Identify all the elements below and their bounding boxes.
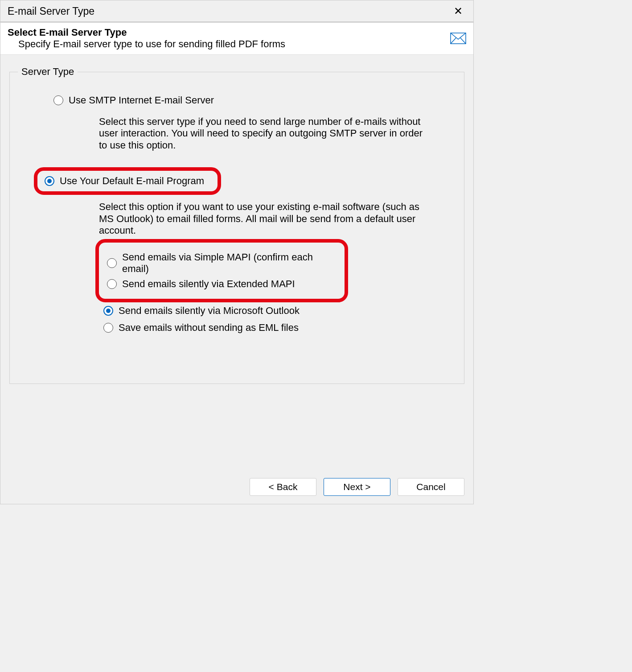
highlight-default-program: Use Your Default E-mail Program — [34, 167, 221, 195]
window-title: E-mail Server Type — [8, 5, 94, 17]
page-header: Select E-mail Server Type Specify E-mail… — [0, 22, 473, 55]
next-button[interactable]: Next > — [324, 478, 390, 496]
option-outlook[interactable]: Send emails silently via Microsoft Outlo… — [103, 305, 446, 317]
simple-mapi-label: Send emails via Simple MAPI (confirm eac… — [122, 251, 337, 275]
smtp-label: Use SMTP Internet E-mail Server — [69, 95, 214, 106]
extended-mapi-label: Send emails silently via Extended MAPI — [122, 278, 295, 290]
default-label: Use Your Default E-mail Program — [60, 175, 204, 187]
radio-default-program[interactable] — [45, 176, 54, 186]
group-title: Server Type — [18, 66, 78, 78]
wizard-buttons: < Back Next > Cancel — [9, 478, 464, 496]
radio-smtp[interactable] — [53, 95, 63, 105]
default-description: Select this option if you want to use yo… — [99, 201, 433, 236]
eml-label: Save emails without sending as EML files — [119, 322, 299, 334]
highlight-mapi-options: Send emails via Simple MAPI (confirm eac… — [95, 239, 348, 302]
option-eml[interactable]: Save emails without sending as EML files — [103, 322, 446, 334]
option-smtp[interactable]: Use SMTP Internet E-mail Server — [53, 95, 446, 106]
radio-extended-mapi[interactable] — [107, 279, 117, 289]
mail-icon — [450, 33, 466, 44]
header-title: Select E-mail Server Type — [8, 27, 450, 38]
cancel-button[interactable]: Cancel — [398, 478, 464, 496]
content-area: Server Type Use SMTP Internet E-mail Ser… — [0, 55, 473, 504]
dialog-window: E-mail Server Type ✕ Select E-mail Serve… — [0, 0, 474, 504]
back-button[interactable]: < Back — [250, 478, 316, 496]
option-simple-mapi[interactable]: Send emails via Simple MAPI (confirm eac… — [107, 251, 337, 275]
radio-simple-mapi[interactable] — [107, 258, 117, 268]
titlebar: E-mail Server Type ✕ — [0, 0, 473, 22]
outlook-label: Send emails silently via Microsoft Outlo… — [119, 305, 300, 317]
radio-eml[interactable] — [103, 323, 113, 333]
header-subtitle: Specify E-mail server type to use for se… — [18, 38, 450, 50]
close-icon[interactable]: ✕ — [450, 4, 466, 18]
radio-outlook[interactable] — [103, 306, 113, 316]
option-extended-mapi[interactable]: Send emails silently via Extended MAPI — [107, 278, 337, 290]
smtp-description: Select this server type if you need to s… — [99, 116, 433, 151]
option-default-program[interactable]: Use Your Default E-mail Program — [45, 175, 204, 187]
server-type-group: Server Type Use SMTP Internet E-mail Ser… — [9, 72, 464, 384]
